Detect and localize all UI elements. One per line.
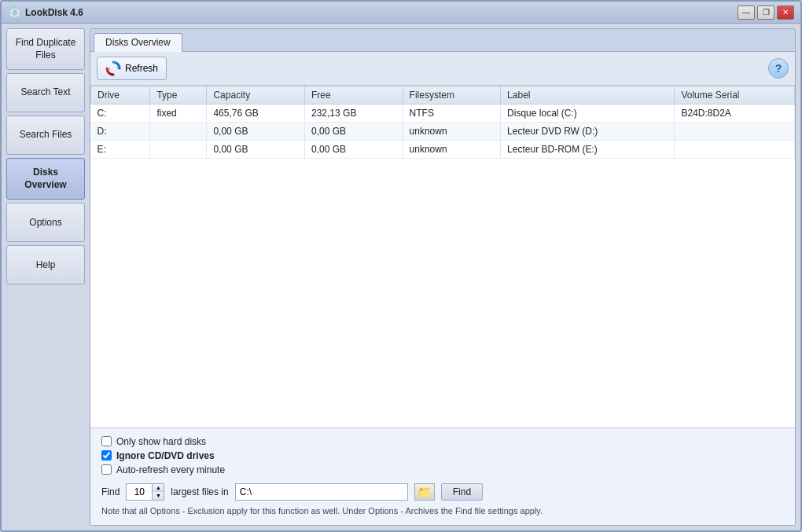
main-window: 💿 LookDisk 4.6 — ❐ ✕ Find Duplicate File… (0, 0, 802, 532)
app-icon: 💿 (8, 6, 20, 19)
tab-bar: Disks Overview (90, 29, 795, 52)
table-cell: unknown (403, 123, 501, 141)
ignore-cddvd-checkbox[interactable] (101, 450, 112, 460)
table-cell (675, 141, 795, 159)
panel-content: Refresh ? Drive Type Capacity Free (90, 52, 795, 525)
minimize-button[interactable]: — (738, 6, 755, 20)
sidebar-item-search-text[interactable]: Search Text (6, 73, 85, 112)
table-cell: B24D:8D2A (675, 105, 795, 123)
tab-disks-overview[interactable]: Disks Overview (94, 33, 182, 52)
col-label: Label (501, 86, 675, 105)
table-cell: C: (91, 105, 150, 123)
only-hard-disks-label: Only show hard disks (116, 436, 206, 447)
disk-table: Drive Type Capacity Free Filesystem Labe… (90, 86, 795, 159)
find-button[interactable]: Find (441, 483, 483, 501)
col-capacity: Capacity (207, 86, 305, 105)
table-cell: 232,13 GB (305, 105, 403, 123)
table-row: E:0,00 GB0,00 GBunknownLecteur BD-ROM (E… (91, 141, 795, 159)
auto-refresh-row: Auto-refresh every minute (101, 464, 784, 475)
help-button[interactable]: ? (768, 58, 789, 79)
col-type: Type (150, 86, 207, 105)
auto-refresh-checkbox[interactable] (101, 464, 112, 475)
ignore-cddvd-label: Ignore CD/DVD drives (116, 450, 215, 461)
table-cell: E: (91, 141, 150, 159)
spin-arrows: ▲ ▼ (152, 484, 164, 500)
table-cell: Disque local (C:) (501, 105, 675, 123)
table-row: D:0,00 GB0,00 GBunknownLecteur DVD RW (D… (91, 123, 795, 141)
find-number-input[interactable] (127, 484, 152, 500)
table-row: C:fixed465,76 GB232,13 GBNTFSDisque loca… (91, 105, 795, 123)
title-bar: 💿 LookDisk 4.6 — ❐ ✕ (2, 2, 800, 24)
col-free: Free (305, 86, 403, 105)
close-button[interactable]: ✕ (777, 6, 794, 20)
disk-table-container: Drive Type Capacity Free Filesystem Labe… (90, 86, 795, 427)
table-cell: NTFS (403, 105, 501, 123)
table-cell (150, 123, 207, 141)
window-title: LookDisk 4.6 (25, 7, 738, 18)
table-cell (675, 123, 795, 141)
table-cell: 0,00 GB (207, 141, 305, 159)
table-cell: D: (91, 123, 150, 141)
only-hard-disks-checkbox[interactable] (101, 436, 112, 446)
ignore-cddvd-row: Ignore CD/DVD drives (101, 450, 784, 461)
table-cell (150, 141, 207, 159)
table-cell: unknown (403, 141, 501, 159)
table-cell: Lecteur BD-ROM (E:) (501, 141, 675, 159)
find-label: Find (101, 486, 120, 497)
col-drive: Drive (91, 86, 150, 105)
disk-table-body: C:fixed465,76 GB232,13 GBNTFSDisque loca… (91, 105, 795, 159)
largest-files-label: largest files in (171, 486, 228, 497)
sidebar-item-find-duplicate-files[interactable]: Find Duplicate Files (6, 28, 85, 70)
refresh-icon (105, 61, 121, 76)
sidebar-item-disks-overview[interactable]: Disks Overview (6, 158, 85, 200)
restore-button[interactable]: ❐ (757, 6, 774, 20)
path-input[interactable] (235, 483, 408, 501)
only-hard-disks-row: Only show hard disks (101, 436, 784, 447)
table-cell: 465,76 GB (207, 105, 305, 123)
auto-refresh-label: Auto-refresh every minute (116, 464, 225, 475)
sidebar-item-options[interactable]: Options (6, 203, 85, 242)
table-cell: 0,00 GB (305, 141, 403, 159)
sidebar-item-search-files[interactable]: Search Files (6, 116, 85, 155)
refresh-button[interactable]: Refresh (97, 57, 167, 80)
main-panel: Disks Overview (90, 28, 796, 526)
table-cell: fixed (150, 105, 207, 123)
col-serial: Volume Serial (675, 86, 795, 105)
table-cell: 0,00 GB (207, 123, 305, 141)
number-input-group: ▲ ▼ (126, 483, 164, 501)
table-cell: Lecteur DVD RW (D:) (501, 123, 675, 141)
toolbar: Refresh ? (90, 52, 795, 86)
window-controls: — ❐ ✕ (738, 6, 794, 20)
browse-button[interactable]: 📁 (414, 483, 435, 501)
sidebar: Find Duplicate Files Search Text Search … (6, 28, 85, 526)
col-filesystem: Filesystem (403, 86, 501, 105)
note-text: Note that all Options - Exclusion apply … (101, 505, 784, 517)
spin-up-button[interactable]: ▲ (153, 484, 164, 492)
refresh-svg (105, 61, 121, 76)
find-row: Find ▲ ▼ largest files in 📁 (101, 483, 784, 501)
bottom-section: Only show hard disks Ignore CD/DVD drive… (90, 427, 795, 525)
table-header-row: Drive Type Capacity Free Filesystem Labe… (91, 86, 795, 105)
table-cell: 0,00 GB (305, 123, 403, 141)
folder-icon: 📁 (418, 486, 431, 498)
refresh-label: Refresh (125, 63, 158, 74)
content-area: Find Duplicate Files Search Text Search … (2, 24, 800, 530)
sidebar-item-help[interactable]: Help (6, 245, 85, 284)
spin-down-button[interactable]: ▼ (153, 492, 164, 500)
